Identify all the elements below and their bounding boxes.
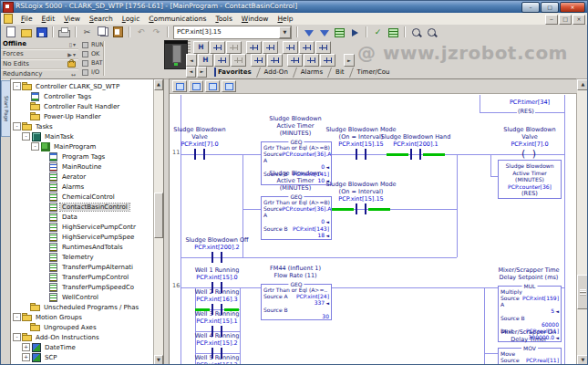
palette-button-contact-nc[interactable] — [267, 54, 283, 67]
tree-item-highservicepumpspee[interactable]: HighServicePumpSpee — [11, 232, 154, 242]
menu-item-tools[interactable]: Tools — [211, 15, 236, 23]
palette-button-coil-negated[interactable] — [299, 41, 315, 54]
ladder-contact[interactable] — [211, 326, 223, 337]
tree-item-aerator[interactable]: Aerator — [11, 172, 154, 182]
rung-number[interactable]: 11 — [172, 149, 180, 156]
palette-scroll-left-icon[interactable]: ◄ — [186, 54, 197, 67]
scroll-thumb[interactable] — [577, 275, 588, 309]
palette-button-new-rung[interactable]: H — [193, 41, 209, 54]
ladder-scrollbar[interactable]: ▲ ▼ — [576, 78, 588, 365]
ladder-toolbar-button-4[interactable] — [222, 80, 236, 92]
tree-expander-icon[interactable]: + — [22, 343, 30, 351]
ladder-contact[interactable] — [211, 348, 223, 359]
palette-button-one-shot[interactable] — [315, 41, 331, 54]
palette-button-branch-level[interactable] — [231, 54, 246, 67]
mdi-close-button[interactable]: × — [573, 15, 585, 25]
ladder-coil[interactable]: ( ) — [520, 149, 540, 160]
tree-item-tasks[interactable]: -Tasks — [11, 121, 154, 131]
tree-item-transferpumpspeedco[interactable]: TransferPumpSpeedCo — [11, 282, 154, 292]
ladder-res-coil[interactable]: (RES) — [517, 108, 535, 116]
maximize-button[interactable]: ▢ — [541, 2, 559, 13]
tree-item-highservicepumpcontr[interactable]: HighServicePumpContr — [11, 222, 154, 232]
menu-item-search[interactable]: Search — [85, 15, 118, 23]
tree-item-add-on-instructions[interactable]: -Add-On Instructions — [11, 332, 154, 342]
tree-item-contactbasincontrol[interactable]: ContactBasinControl — [11, 202, 154, 212]
palette-tab-timer-cou[interactable]: Timer/Cou — [351, 67, 397, 78]
ladder-instruction-block[interactable]: GEQGrtr Than or Eql (A>=B)Source APCP.co… — [261, 196, 332, 240]
palette-button-contact-no[interactable] — [251, 54, 266, 67]
menu-item-help[interactable]: Help — [273, 15, 297, 23]
mdi-restore-button[interactable]: □ — [559, 15, 572, 25]
open-button[interactable] — [18, 26, 34, 38]
copy-button[interactable] — [95, 26, 110, 38]
palette-button-contact-nc[interactable] — [263, 41, 278, 54]
chevron-down-icon[interactable]: ▾ — [73, 51, 76, 57]
ladder-instruction-block[interactable]: GEQGrtr Than or Eql (A>=..Source APCP.xi… — [261, 284, 332, 320]
tree-expander-icon[interactable]: - — [22, 132, 30, 141]
palette-button-branch[interactable] — [210, 41, 225, 54]
tree-item-telemetry[interactable]: Telemetry — [11, 252, 154, 262]
tree-item-power-up-handler[interactable]: Power-Up Handler — [11, 111, 154, 121]
scroll-down-icon[interactable]: ▼ — [577, 355, 588, 365]
tree-item-controller-tags[interactable]: Controller Tags — [11, 91, 154, 101]
scroll-down-icon[interactable]: ▼ — [154, 355, 163, 365]
print-button[interactable] — [57, 26, 72, 38]
browse-logic-button[interactable] — [332, 26, 347, 38]
palette-tab-bit[interactable]: Bit — [329, 67, 351, 78]
ladder-contact[interactable] — [355, 203, 367, 214]
palette-tab-favorites[interactable]: Favorites — [208, 67, 258, 78]
tree-item-ungrouped-axes[interactable]: Ungrouped Axes — [11, 322, 154, 332]
tree-item-controller-clark-sd-wtp[interactable]: -Controller CLARK_SD_WTP — [11, 81, 154, 91]
palette-button-branch[interactable] — [214, 54, 230, 67]
tree-item-transferpumpalternati[interactable]: TransferPumpAlternati — [11, 262, 154, 272]
menu-item-edit[interactable]: Edit — [37, 15, 60, 23]
scroll-up-icon[interactable]: ▲ — [154, 79, 163, 90]
palette-button-branch-level[interactable] — [226, 41, 242, 54]
tree-item-data[interactable]: Data — [11, 212, 154, 222]
cut-button[interactable]: ✂ — [79, 26, 95, 38]
tree-item-maintask[interactable]: -MainTask — [11, 131, 154, 141]
tree-scrollbar[interactable]: ▲ ▼ — [153, 79, 163, 365]
tree-item-controller-fault-handler[interactable]: Controller Fault Handler — [11, 101, 154, 111]
scroll-up-icon[interactable]: ▲ — [577, 79, 588, 90]
edits-status[interactable]: No Edits — [0, 59, 78, 69]
ladder-toolbar-button-2[interactable] — [189, 80, 203, 92]
verify-controller-button[interactable] — [316, 26, 332, 38]
undo-button[interactable]: ↶ — [133, 26, 149, 38]
menu-item-file[interactable]: File — [16, 15, 37, 23]
scroll-thumb[interactable] — [154, 193, 163, 238]
mdi-minimize-button[interactable]: ‒ — [545, 15, 558, 25]
chevron-down-icon[interactable]: ▼ — [279, 26, 291, 38]
tag-combo[interactable]: PCP.xint[3].15 ▼ — [173, 26, 292, 39]
forces-status[interactable]: Forces ▶▾ — [0, 49, 78, 59]
controller-mode-status[interactable]: Offline ▯▾ — [0, 39, 78, 49]
palette-tab-alarms[interactable]: Alarms — [294, 67, 329, 78]
new-button[interactable] — [3, 26, 18, 38]
menu-item-view[interactable]: View — [59, 15, 85, 23]
ladder-contact[interactable] — [211, 282, 223, 293]
tree-expander-icon[interactable]: - — [13, 313, 21, 321]
tree-expander-icon[interactable]: - — [13, 82, 21, 90]
tree-item-runtimesandtotals[interactable]: RuntimesAndTotals — [11, 242, 154, 252]
tree-expander-icon[interactable]: - — [31, 142, 39, 151]
ladder-contact[interactable] — [211, 252, 223, 263]
ladder-contact[interactable] — [193, 149, 206, 160]
ladder-res-block[interactable]: Sludge BlowdownActive Timer(MINUTES)PCP.… — [498, 160, 562, 199]
ladder-toolbar-button-1[interactable] — [172, 80, 187, 92]
edit-tag-button[interactable] — [386, 26, 401, 38]
tree-item-program-tags[interactable]: Program Tags — [11, 151, 154, 162]
save-button[interactable] — [34, 26, 49, 38]
tree-item-alarms[interactable]: Alarms — [11, 182, 154, 192]
zoom-in-button[interactable] — [408, 26, 424, 38]
ladder-contact[interactable] — [409, 149, 422, 160]
tree-item-mainprogram[interactable]: -MainProgram — [11, 141, 154, 151]
menu-item-window[interactable]: Window — [237, 15, 273, 23]
redo-button[interactable]: ↷ — [149, 26, 164, 38]
ladder-contact[interactable] — [211, 304, 223, 315]
palette-button-coil[interactable] — [283, 41, 298, 54]
tab-scroll-right-icon[interactable]: ► — [197, 67, 207, 78]
tree-expander-icon[interactable]: - — [13, 333, 21, 341]
tree-expander-icon[interactable]: - — [13, 122, 21, 130]
minimize-button[interactable]: – — [521, 2, 540, 13]
ladder-contact[interactable] — [355, 149, 367, 160]
